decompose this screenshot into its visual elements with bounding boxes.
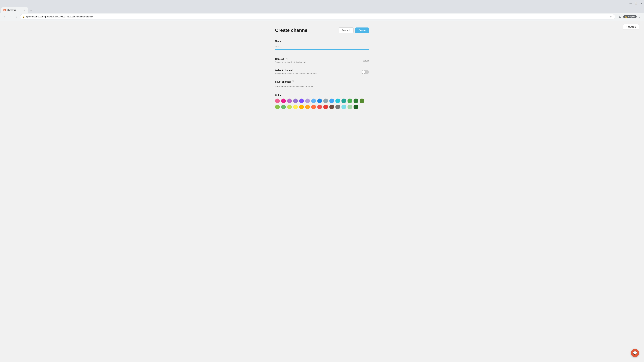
- tab-sunsama[interactable]: S Sunsama ×: [1, 7, 28, 13]
- color-dot-12[interactable]: [348, 98, 352, 103]
- slack-channel-section: Slack channel ?: [275, 78, 369, 91]
- page-content: × CLOSE Create channel Discard Create Na…: [0, 21, 644, 362]
- tab-favicon: S: [3, 9, 6, 11]
- color-dot-6[interactable]: [311, 98, 316, 103]
- color-dot-11[interactable]: [342, 98, 346, 103]
- context-select-button[interactable]: Select: [362, 59, 369, 62]
- color-dot-14[interactable]: [360, 98, 364, 103]
- default-channel-section: Default channel Assign new tasks to this…: [275, 66, 369, 78]
- url-display: app.sunsama.com/group/17025701040136170/…: [26, 15, 607, 18]
- color-dot-17[interactable]: [287, 105, 292, 109]
- context-description: Select a context for this channel.: [275, 61, 306, 63]
- bookmark-button[interactable]: ☆: [608, 14, 613, 19]
- color-dot-13[interactable]: [354, 98, 358, 103]
- chat-button[interactable]: 💬: [631, 349, 639, 357]
- context-section: Context ? Select a context for this chan…: [275, 55, 369, 66]
- color-dot-24[interactable]: [330, 105, 334, 109]
- color-label: Color: [275, 94, 369, 96]
- name-section: Name: [275, 40, 369, 50]
- color-dot-2[interactable]: [287, 98, 292, 103]
- tab-bar: S Sunsama × +: [0, 7, 644, 13]
- browser-actions: ⊡ 🕵 Incognito ⋮: [618, 14, 642, 19]
- color-grid: [275, 98, 369, 109]
- color-dot-15[interactable]: [275, 105, 280, 109]
- form-header-actions: Discard Create: [338, 27, 369, 33]
- color-dot-22[interactable]: [317, 105, 322, 109]
- new-tab-button[interactable]: +: [29, 8, 34, 13]
- color-dot-9[interactable]: [330, 98, 334, 103]
- name-input[interactable]: [275, 44, 369, 50]
- omnibox-bar: ‹ › ↻ 🔒 app.sunsama.com/group/1702570104…: [0, 13, 644, 21]
- window-close-button[interactable]: ✕: [640, 2, 643, 5]
- create-button[interactable]: Create: [355, 27, 369, 33]
- context-label-area: Context ? Select a context for this chan…: [275, 58, 306, 63]
- default-channel-title: Default channel: [275, 69, 317, 72]
- address-bar[interactable]: 🔒 app.sunsama.com/group/1702570104013617…: [20, 14, 615, 19]
- incognito-badge: 🕵 Incognito: [623, 15, 636, 18]
- color-dot-19[interactable]: [299, 105, 304, 109]
- color-dot-21[interactable]: [311, 105, 316, 109]
- toggle-knob: [362, 70, 365, 74]
- color-dot-1[interactable]: [281, 98, 286, 103]
- color-dot-4[interactable]: [299, 98, 304, 103]
- slack-help-icon[interactable]: ?: [292, 80, 294, 83]
- color-dot-7[interactable]: [317, 98, 322, 103]
- forward-button[interactable]: ›: [8, 14, 13, 19]
- color-dot-25[interactable]: [336, 105, 340, 109]
- refresh-button[interactable]: ↻: [14, 14, 19, 19]
- default-channel-info: Default channel Assign new tasks to this…: [275, 69, 317, 75]
- discard-button[interactable]: Discard: [338, 27, 354, 33]
- tab-title: Sunsama: [8, 9, 22, 11]
- color-dot-23[interactable]: [323, 105, 328, 109]
- form-container: Create channel Discard Create Name Conte…: [272, 21, 372, 119]
- form-title: Create channel: [275, 28, 309, 33]
- close-icon: ×: [626, 26, 627, 28]
- color-section: Color: [275, 91, 369, 112]
- color-dot-10[interactable]: [336, 98, 340, 103]
- slack-channel-label: Slack channel ?: [275, 80, 369, 83]
- color-dot-3[interactable]: [293, 98, 298, 103]
- close-button[interactable]: × CLOSE: [623, 24, 639, 30]
- chat-icon: 💬: [633, 351, 637, 355]
- context-label: Context ?: [275, 58, 306, 60]
- tab-close-button[interactable]: ×: [24, 9, 26, 11]
- color-dot-27[interactable]: [348, 105, 352, 109]
- color-dot-18[interactable]: [293, 105, 298, 109]
- title-bar: — ⬜ ✕: [0, 0, 644, 7]
- default-channel-toggle[interactable]: [362, 70, 369, 74]
- form-header: Create channel Discard Create: [275, 27, 369, 33]
- name-label: Name: [275, 40, 369, 42]
- minimize-button[interactable]: —: [629, 2, 632, 5]
- color-dot-8[interactable]: [323, 98, 328, 103]
- more-button[interactable]: ⋮: [637, 14, 642, 19]
- color-dot-26[interactable]: [342, 105, 346, 109]
- color-dot-16[interactable]: [281, 105, 286, 109]
- security-icon: 🔒: [22, 15, 25, 18]
- color-dot-28[interactable]: [354, 105, 358, 109]
- color-dot-5[interactable]: [305, 98, 310, 103]
- color-dot-20[interactable]: [305, 105, 310, 109]
- slack-channel-input[interactable]: [275, 84, 369, 88]
- split-view-button[interactable]: ⊡: [618, 14, 622, 19]
- close-label: CLOSE: [628, 26, 636, 28]
- context-help-icon[interactable]: ?: [285, 58, 288, 60]
- back-button[interactable]: ‹: [2, 14, 7, 19]
- color-dot-0[interactable]: [275, 98, 280, 103]
- maximize-button[interactable]: ⬜: [634, 2, 637, 5]
- default-channel-description: Assign new tasks to this channel by defa…: [275, 72, 317, 75]
